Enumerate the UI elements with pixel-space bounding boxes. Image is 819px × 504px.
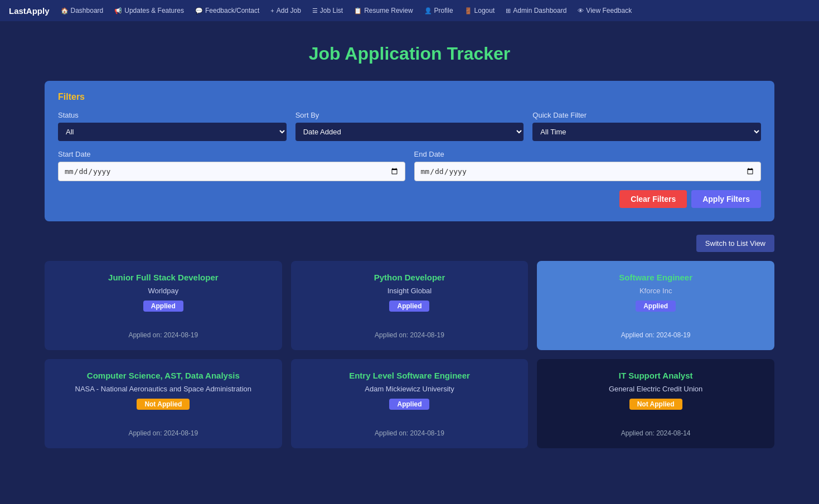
status-badge: Applied — [389, 399, 429, 410]
eye-icon: 👁 — [578, 7, 584, 14]
status-label: Status — [58, 111, 287, 119]
sort-label: Sort By — [295, 111, 524, 119]
status-badge: Applied — [389, 301, 429, 312]
clear-filters-button[interactable]: Clear Filters — [619, 190, 687, 208]
job-company: NASA - National Aeronautics and Space Ad… — [75, 385, 252, 393]
filters-top-row: Status All Applied Not Applied Interview… — [58, 111, 761, 141]
status-badge: Not Applied — [137, 399, 190, 410]
quick-date-label: Quick Date Filter — [532, 111, 761, 119]
nav-logout[interactable]: 🚪 Logout — [460, 4, 500, 17]
job-title: Entry Level Software Engineer — [349, 370, 470, 381]
status-filter-group: Status All Applied Not Applied Interview… — [58, 111, 287, 141]
status-badge: Applied — [636, 301, 676, 312]
job-company: Kforce Inc — [639, 287, 672, 295]
nav-job-list-label: Job List — [320, 7, 343, 14]
nav-profile[interactable]: 👤 Profile — [420, 4, 458, 17]
view-toggle-row: Switch to List View — [45, 235, 774, 252]
switch-to-list-view-button[interactable]: Switch to List View — [696, 235, 774, 252]
start-date-group: Start Date — [58, 150, 405, 181]
job-title: IT Support Analyst — [619, 370, 693, 381]
quick-date-filter-group: Quick Date Filter All Time Today This We… — [532, 111, 761, 141]
megaphone-icon: 📢 — [114, 7, 122, 14]
nav-feedback-label: Feedback/Contact — [205, 7, 259, 14]
clipboard-icon: 📋 — [354, 7, 362, 14]
nav-view-feedback-label: View Feedback — [586, 7, 632, 14]
nav-dashboard[interactable]: 🏠 Dashboard — [56, 4, 108, 17]
logout-icon: 🚪 — [464, 7, 472, 14]
date-row: Start Date End Date — [58, 150, 761, 181]
status-select[interactable]: All Applied Not Applied Interview Offer … — [58, 123, 287, 141]
nav-add-job[interactable]: + Add Job — [266, 4, 305, 17]
filter-actions: Clear Filters Apply Filters — [58, 190, 761, 208]
page-title: Job Application Tracker — [45, 43, 774, 64]
nav-feedback-contact[interactable]: 💬 Feedback/Contact — [191, 4, 264, 17]
nav-profile-label: Profile — [434, 7, 453, 14]
end-date-input[interactable] — [414, 162, 762, 181]
start-date-label: Start Date — [58, 150, 405, 158]
job-company: General Electric Credit Union — [609, 385, 702, 393]
nav-updates-features[interactable]: 📢 Updates & Features — [110, 4, 188, 17]
end-date-group: End Date — [414, 150, 762, 181]
job-card[interactable]: Junior Full Stack DeveloperWorldpayAppli… — [45, 261, 282, 350]
nav-resume-label: Resume Review — [364, 7, 413, 14]
sort-filter-group: Sort By Date Added Company Job Title Sta… — [295, 111, 524, 141]
nav-view-feedback[interactable]: 👁 View Feedback — [573, 4, 636, 17]
nav-logout-label: Logout — [474, 7, 495, 14]
home-icon: 🏠 — [61, 7, 69, 14]
job-title: Python Developer — [374, 272, 445, 283]
list-icon: ☰ — [312, 7, 318, 14]
job-card[interactable]: Python DeveloperInsight GlobalAppliedApp… — [291, 261, 529, 350]
main-content: Job Application Tracker Filters Status A… — [0, 21, 819, 471]
status-badge: Applied — [143, 301, 183, 312]
plus-icon: + — [270, 7, 274, 14]
filters-panel: Filters Status All Applied Not Applied I… — [45, 81, 774, 221]
nav-updates-label: Updates & Features — [124, 7, 184, 14]
job-title: Computer Science, AST, Data Analysis — [87, 370, 240, 381]
job-company: Adam Mickiewicz University — [365, 385, 454, 393]
navbar: LastApply 🏠 Dashboard 📢 Updates & Featur… — [0, 0, 819, 21]
job-card[interactable]: Entry Level Software EngineerAdam Mickie… — [291, 359, 529, 448]
job-date: Applied on: 2024-08-19 — [375, 429, 444, 437]
job-title: Junior Full Stack Developer — [108, 272, 219, 283]
start-date-input[interactable] — [58, 162, 405, 181]
quick-date-select[interactable]: All Time Today This Week This Month Last… — [532, 123, 761, 141]
nav-resume-review[interactable]: 📋 Resume Review — [350, 4, 417, 17]
job-date: Applied on: 2024-08-19 — [128, 331, 198, 339]
nav-admin-label: Admin Dashboard — [513, 7, 566, 14]
end-date-label: End Date — [414, 150, 762, 158]
job-company: Insight Global — [387, 287, 432, 295]
job-date: Applied on: 2024-08-19 — [621, 331, 691, 339]
job-card[interactable]: Software EngineerKforce IncAppliedApplie… — [537, 261, 774, 350]
grid-icon: ⊞ — [506, 7, 511, 14]
apply-filters-button[interactable]: Apply Filters — [691, 190, 761, 208]
job-company: Worldpay — [148, 287, 178, 295]
job-date: Applied on: 2024-08-19 — [128, 429, 198, 437]
job-date: Applied on: 2024-08-14 — [621, 429, 691, 437]
filters-title: Filters — [58, 92, 761, 102]
job-card[interactable]: Computer Science, AST, Data AnalysisNASA… — [45, 359, 282, 448]
person-icon: 👤 — [424, 7, 432, 14]
nav-add-job-label: Add Job — [277, 7, 301, 14]
chat-icon: 💬 — [195, 7, 203, 14]
nav-dashboard-label: Dashboard — [71, 7, 104, 14]
job-card[interactable]: IT Support AnalystGeneral Electric Credi… — [537, 359, 774, 448]
job-date: Applied on: 2024-08-19 — [375, 331, 444, 339]
cards-grid: Junior Full Stack DeveloperWorldpayAppli… — [45, 261, 774, 448]
status-badge: Not Applied — [629, 399, 682, 410]
job-title: Software Engineer — [619, 272, 692, 283]
sort-select[interactable]: Date Added Company Job Title Status — [295, 123, 524, 141]
brand-logo[interactable]: LastApply — [9, 6, 50, 16]
nav-admin-dashboard[interactable]: ⊞ Admin Dashboard — [501, 4, 571, 17]
nav-job-list[interactable]: ☰ Job List — [308, 4, 347, 17]
